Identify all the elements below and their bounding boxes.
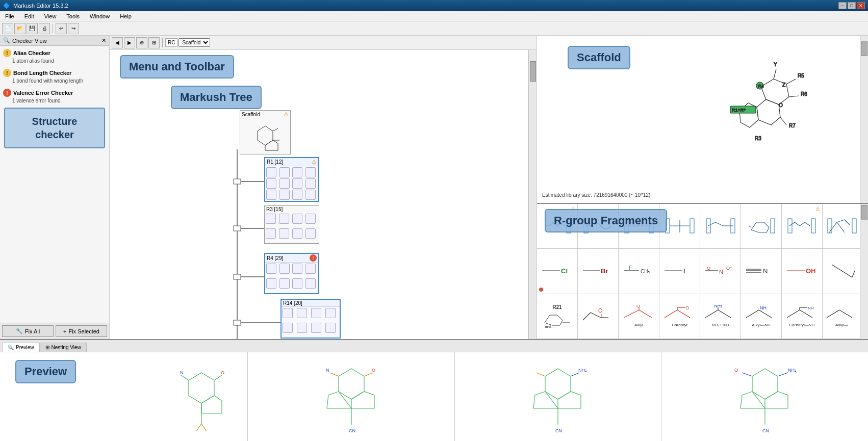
checker-content: ! Alias Checker 1 atom alias found ! Bon… [0, 46, 109, 323]
rgroup-label: R-group Fragments [554, 214, 658, 227]
center-panel: ◀ ▶ ⊕ ⊞ RC Scaffold Menu and Toolbar Mar… [110, 36, 537, 339]
new-button[interactable]: 📄 [2, 23, 13, 34]
rg-cell-3-8[interactable]: Alkyl— [823, 294, 861, 339]
checker-header: 🔍 Checker View ✕ [0, 36, 109, 46]
markush-tree-label: Markush Tree [180, 91, 252, 103]
svg-line-95 [677, 310, 690, 318]
scaffold-scrollbar[interactable] [860, 36, 868, 203]
r3-node-content [265, 213, 319, 243]
nesting-view-tab[interactable]: ⊞ Nesting View [40, 343, 87, 352]
checker-icon: 🔍 [3, 37, 10, 44]
center-toolbar: ◀ ▶ ⊕ ⊞ RC Scaffold [110, 36, 537, 50]
svg-line-127 [330, 373, 339, 376]
scaffold-warning-icon: ⚠ [284, 111, 289, 118]
rg-cell-3-4[interactable]: O Carbaryl [659, 294, 700, 339]
bond-length-checker-item[interactable]: ! Bond Length Checker 1 bond found with … [2, 68, 107, 84]
scaffold-select[interactable]: Scaffold [178, 38, 210, 47]
rgroup-scrollbar[interactable] [860, 204, 868, 339]
svg-text:O: O [685, 305, 689, 310]
bottom-tabs: 🔍 Preview ⊞ Nesting View [0, 340, 868, 352]
svg-line-104 [759, 310, 772, 318]
scaffold-node[interactable]: Scaffold ⚠ [240, 110, 291, 154]
rg-cell-3-1[interactable]: R21 aryl— [537, 294, 578, 339]
fix-selected-icon: + [63, 328, 66, 334]
menu-window[interactable]: Window [87, 12, 113, 20]
svg-text:O: O [221, 370, 224, 375]
valence-checker-item[interactable]: ! Valence Error Checker 1 valence error … [2, 88, 107, 103]
menu-bar: File Edit View Tools Window Help [0, 11, 868, 21]
save-button[interactable]: 💾 [27, 23, 38, 34]
print-button[interactable]: 🖨 [39, 23, 50, 34]
close-button[interactable]: ✕ [857, 2, 865, 9]
svg-text:Z: Z [782, 82, 785, 88]
r4-node[interactable]: R4 [29] ! [264, 253, 319, 294]
rg-cell-3-2[interactable]: O [578, 294, 619, 339]
rg-cell-3-3[interactable]: O Alkyl [619, 294, 659, 339]
rg-cell-2-8[interactable] [823, 249, 861, 293]
rg-cell-2-7[interactable]: OH [782, 249, 823, 293]
r3-node[interactable]: R3 [15] [264, 205, 319, 244]
center-btn-1[interactable]: ◀ [112, 37, 123, 48]
valence-checker-icon: ! [3, 89, 11, 97]
menu-tools[interactable]: Tools [63, 12, 83, 20]
r14-node-content [282, 307, 340, 338]
rg-cell-1-7[interactable]: ⚠ [782, 204, 823, 248]
r14-node-label: R14 [20] [283, 300, 302, 306]
rg-cell-2-4[interactable]: I [659, 249, 700, 293]
minimize-button[interactable]: ─ [838, 2, 847, 9]
menu-help[interactable]: Help [117, 12, 135, 20]
rg-r21-label: R21 [552, 304, 561, 310]
rg-cell-1-6[interactable] [741, 204, 782, 248]
undo-button[interactable]: ↩ [56, 23, 67, 34]
svg-line-22 [780, 117, 786, 125]
scaffold-label: Scaffold [577, 51, 621, 64]
svg-line-82 [852, 271, 855, 277]
svg-line-126 [364, 373, 373, 376]
rg-cell-2-3[interactable]: F CH₃ [619, 249, 659, 293]
tree-scrollbar-thumb[interactable] [530, 61, 536, 82]
menu-edit[interactable]: Edit [21, 12, 37, 20]
rg-cell-3-7[interactable]: NH Carbaryl—NH [782, 294, 823, 339]
svg-text:N: N [180, 370, 184, 375]
rg-cell-3-5[interactable]: NH₂ NH₂ C=O [700, 294, 741, 339]
checker-close[interactable]: ✕ [101, 37, 106, 44]
r1-node-label: R1 [12] [267, 159, 283, 165]
menu-file[interactable]: File [2, 12, 17, 20]
svg-line-51 [708, 222, 716, 226]
open-button[interactable]: 📂 [14, 23, 25, 34]
rg-cell-1-5[interactable] [700, 204, 741, 248]
svg-text:aryl—: aryl— [545, 324, 555, 328]
cl-error-dot [539, 288, 543, 292]
r14-node[interactable]: R14 [20] [280, 299, 341, 339]
alias-checker-icon: ! [3, 49, 11, 57]
svg-marker-114 [201, 396, 222, 413]
r1-node[interactable]: R1 [12] ⚠ [264, 157, 319, 202]
alias-checker-item[interactable]: ! Alias Checker 1 atom alias found [2, 48, 107, 64]
fix-all-button[interactable]: 🔧 Fix All [2, 325, 54, 337]
markush-tree-area[interactable]: Menu and Toolbar Markush Tree [110, 50, 537, 339]
rgroup-scrollbar-thumb[interactable] [861, 205, 867, 220]
tree-scrollbar[interactable] [528, 50, 537, 339]
center-btn-2[interactable]: ▶ [124, 37, 135, 48]
svg-rect-59 [811, 219, 815, 233]
scaffold-scrollbar-thumb[interactable] [861, 41, 867, 56]
rg-cell-1-8[interactable] [823, 204, 861, 248]
svg-text:R5: R5 [798, 73, 804, 79]
menu-view[interactable]: View [41, 12, 60, 20]
rg-cell-2-1[interactable]: Cl [537, 249, 578, 293]
svg-line-136 [537, 373, 545, 376]
restore-button[interactable]: □ [848, 2, 856, 9]
fix-selected-button[interactable]: + Fix Selected [56, 325, 107, 337]
rg-cell-2-2[interactable]: Br [578, 249, 619, 293]
scaffold-molecule: Y R5 R6 R7 R1+R* R3 Z O [669, 46, 853, 194]
center-btn-4[interactable]: ⊞ [148, 37, 160, 48]
rg-cell-2-6[interactable]: N [741, 249, 782, 293]
rg-cell-2-5[interactable]: O N O⁻ [700, 249, 741, 293]
preview-tab[interactable]: 🔍 Preview [2, 343, 40, 352]
preview-mol-1: O N [166, 362, 237, 439]
rg-cell-3-6[interactable]: NH Alkyl—NH [741, 294, 782, 339]
svg-marker-141 [741, 392, 765, 408]
center-btn-3[interactable]: ⊕ [136, 37, 147, 48]
redo-button[interactable]: ↪ [68, 23, 79, 34]
svg-marker-132 [558, 392, 581, 408]
